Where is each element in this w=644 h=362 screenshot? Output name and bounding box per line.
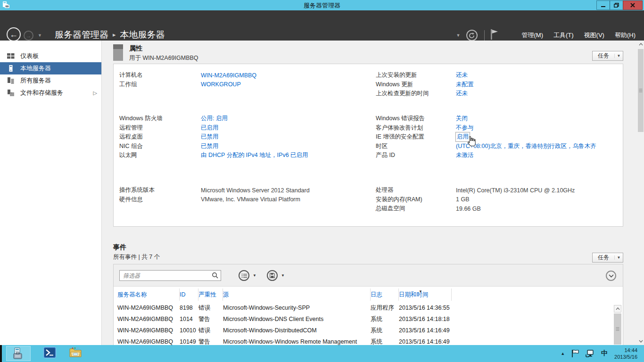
close-button[interactable]: [623, 0, 643, 10]
notifications-flag-icon[interactable]: [490, 29, 499, 41]
main-pane: 属性 用于 WIN-M2A69IGMBBQ 任务 ▼ 计算机名WIN-M2A69…: [102, 41, 637, 345]
event-row[interactable]: WIN-M2A69IGMBBQ10149警告Microsoft-Windows-…: [114, 336, 623, 345]
sidebar-item-label: 本地服务器: [20, 64, 51, 73]
taskbar-powershell-button[interactable]: [43, 346, 56, 361]
show-hidden-icons-button[interactable]: ▲: [561, 351, 565, 356]
ceip-link[interactable]: 不参与: [456, 124, 474, 132]
sidebar-item-file-storage-services[interactable]: 文件和存储服务 ▷: [0, 87, 101, 99]
saved-queries-icon: [239, 270, 249, 281]
product-id-link[interactable]: 未激活: [456, 151, 474, 159]
last-checked-updates-link[interactable]: 还未: [456, 90, 468, 98]
caret-down-icon: ▼: [281, 273, 285, 278]
taskbar-left-edge: [0, 345, 2, 362]
column-header-source[interactable]: 源: [223, 288, 371, 301]
restore-button[interactable]: [610, 0, 623, 10]
action-center-flag-icon[interactable]: [571, 349, 579, 358]
prop-label: 上次安装的更新: [376, 71, 456, 79]
breadcrumb-separator-icon: ▸: [108, 31, 120, 38]
taskbar-clock[interactable]: 14:44 2013/5/16: [614, 347, 640, 360]
collapse-section-button[interactable]: [606, 271, 616, 281]
taskbar-file-explorer-button[interactable]: [69, 346, 83, 361]
properties-title: 属性: [129, 44, 198, 53]
properties-panel: 计算机名WIN-M2A69IGMBBQ 工作组WORKGROUP Windows…: [113, 64, 623, 227]
menu-manage[interactable]: 管理(M): [522, 31, 544, 40]
column-header-server[interactable]: 服务器名称: [117, 288, 180, 301]
prop-label: 上次检查更新的时间: [376, 90, 456, 98]
local-server-icon: [7, 65, 15, 72]
scope-dropdown-icon[interactable]: ▼: [456, 33, 461, 38]
scrollbar-thumb[interactable]: [614, 313, 621, 345]
prop-label: Windows 防火墙: [119, 115, 201, 123]
network-status-icon[interactable]: [586, 350, 595, 358]
scroll-up-icon[interactable]: [637, 41, 644, 48]
breadcrumb-current: 本地服务器: [120, 30, 165, 40]
history-dropdown-icon[interactable]: ▼: [38, 33, 42, 38]
clock-date: 2013/5/16: [614, 354, 637, 360]
breadcrumb-root[interactable]: 服务器管理器: [55, 30, 108, 40]
expand-arrow-icon[interactable]: ▷: [93, 90, 97, 96]
sidebar-item-dashboard[interactable]: 仪表板: [0, 50, 101, 62]
properties-header: 属性 用于 WIN-M2A69IGMBBQ: [113, 44, 198, 62]
nic-teaming-link[interactable]: 已禁用: [201, 142, 219, 150]
event-row[interactable]: WIN-M2A69IGMBBQ8198错误Microsoft-Windows-S…: [114, 302, 623, 313]
events-table-body: WIN-M2A69IGMBBQ8198错误Microsoft-Windows-S…: [114, 302, 623, 345]
toolbar-divider: [484, 30, 485, 41]
sort-descending-icon: ▼: [419, 286, 422, 298]
events-filter-bar: ▼ ▼: [114, 264, 623, 287]
search-icon[interactable]: [212, 272, 218, 280]
filter-input[interactable]: [119, 270, 221, 281]
minimize-button[interactable]: [596, 0, 610, 10]
properties-tile-icon: [113, 44, 123, 61]
event-row[interactable]: WIN-M2A69IGMBBQ1014警告Microsoft-Windows-D…: [114, 313, 623, 325]
prop-label: IE 增强的安全配置: [376, 133, 456, 141]
prop-label: 硬件信息: [119, 196, 201, 204]
last-installed-updates-link[interactable]: 还未: [456, 71, 468, 79]
back-button[interactable]: ←: [7, 27, 21, 41]
column-header-datetime[interactable]: ▼日期和时间: [399, 288, 452, 301]
properties-subtitle: 用于 WIN-M2A69IGMBBQ: [129, 54, 198, 62]
taskbar-server-manager-button[interactable]: [6, 346, 31, 361]
menu-tools[interactable]: 工具(T): [553, 31, 574, 40]
prop-label: 工作组: [119, 81, 201, 89]
events-table-scrollbar[interactable]: [614, 305, 621, 345]
menu-help[interactable]: 帮助(H): [615, 31, 636, 40]
sidebar-item-local-server[interactable]: 本地服务器: [0, 62, 101, 74]
menu-view[interactable]: 视图(V): [584, 31, 604, 40]
scroll-up-icon[interactable]: [614, 305, 621, 313]
main-scrollbar[interactable]: [637, 41, 644, 345]
forward-button[interactable]: →: [24, 31, 33, 41]
save-query-button[interactable]: ▼: [267, 270, 285, 281]
remote-desktop-link[interactable]: 已禁用: [201, 133, 219, 141]
firewall-link[interactable]: 公用: 启用: [201, 115, 228, 123]
windows-update-link[interactable]: 未配置: [456, 81, 474, 89]
events-title: 事件: [113, 243, 160, 252]
sidebar-item-label: 所有服务器: [20, 76, 51, 85]
workgroup-link[interactable]: WORKGROUP: [201, 81, 241, 88]
scrollbar-thumb[interactable]: [638, 49, 644, 132]
prop-label: 处理器: [376, 186, 456, 194]
timezone-link[interactable]: (UTC+08:00)北京，重庆，香港特别行政区，乌鲁木齐: [456, 142, 596, 150]
tasks-caret-icon: ▼: [614, 54, 623, 58]
refresh-icon[interactable]: [466, 30, 478, 41]
events-subtitle: 所有事件 | 共 7 个: [113, 253, 160, 261]
sidebar-item-all-servers[interactable]: 所有服务器: [0, 74, 101, 87]
prop-label: NIC 组合: [119, 142, 201, 150]
column-header-severity[interactable]: 严重性: [198, 288, 223, 301]
column-header-id[interactable]: ID: [180, 288, 198, 301]
input-method-indicator[interactable]: 中: [601, 349, 608, 358]
prop-label: 计算机名: [119, 71, 201, 79]
scroll-down-icon[interactable]: [637, 337, 644, 345]
query-list-button[interactable]: ▼: [239, 270, 256, 281]
ethernet-link[interactable]: 由 DHCP 分配的 IPv4 地址，IPv6 已启用: [201, 151, 308, 159]
error-reporting-link[interactable]: 关闭: [456, 115, 468, 123]
properties-tasks-button[interactable]: 任务 ▼: [592, 51, 623, 61]
event-row[interactable]: WIN-M2A69IGMBBQ10010错误Microsoft-Windows-…: [114, 325, 623, 336]
hardware-info-value: VMware, Inc. VMware Virtual Platform: [201, 196, 300, 203]
taskbar: ▲ 中 14:44 2013/5/16: [0, 345, 644, 362]
remote-management-link[interactable]: 已启用: [201, 124, 219, 132]
column-header-log[interactable]: 日志: [371, 288, 399, 301]
events-panel: ▼ ▼ 服务器名称 ID 严重性 源 日志 ▼日期和时间: [113, 264, 623, 345]
computer-name-link[interactable]: WIN-M2A69IGMBBQ: [201, 72, 256, 79]
all-servers-icon: [7, 77, 15, 84]
events-tasks-button[interactable]: 任务 ▼: [592, 253, 623, 263]
